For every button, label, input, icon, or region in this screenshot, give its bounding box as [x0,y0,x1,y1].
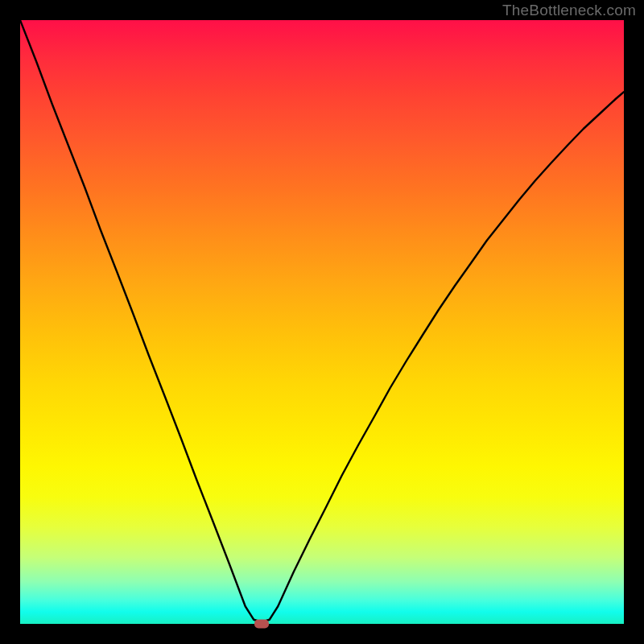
plot-area [20,20,624,624]
chart-frame: TheBottleneck.com [0,0,644,644]
watermark-text: TheBottleneck.com [502,2,636,19]
optimum-marker [254,620,269,629]
bottleneck-curve [20,20,624,624]
